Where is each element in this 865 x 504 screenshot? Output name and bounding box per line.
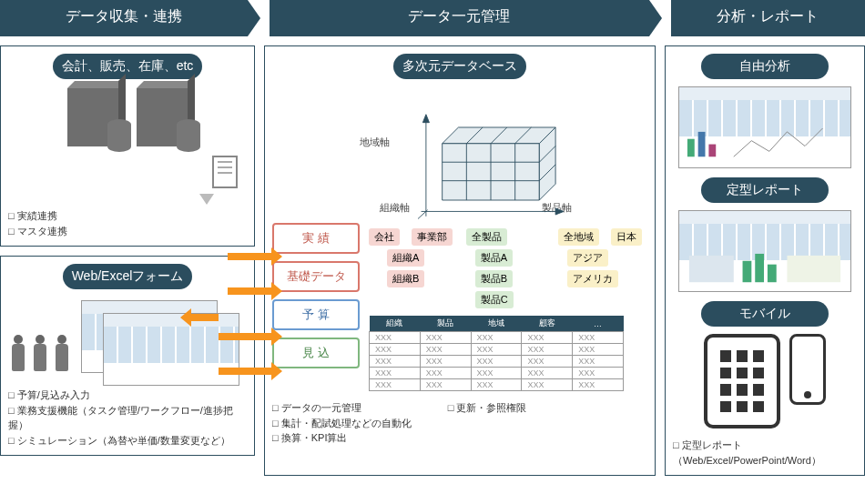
source-checks: 実績連携 マスタ連携 [8,208,247,238]
tree-node: 全製品 [466,228,507,246]
grid-header: 顧客 [522,316,573,332]
tree-node: 会社 [369,228,400,246]
cylinder-icon [177,119,200,152]
document-icon [212,156,238,188]
form-title: Web/Excelフォーム [63,264,193,289]
form-checks: 予算/見込み入力 業務支援機能（タスク管理/ワークフロー/進捗把握） シミュレー… [8,388,247,448]
banner-collect: データ収集・連携 [0,0,248,36]
cube-title: 多次元データベース [393,54,526,79]
tag-budget: 予 算 [272,299,360,330]
check-item: マスタ連携 [8,224,247,239]
panel-report: 自由分析 定型レポート モバイル 定型 [665,45,865,476]
panel-manage: 多次元データベース 地域軸 組織軸 製品軸 [264,45,656,476]
svg-marker-14 [422,115,429,123]
tablet-icon [704,334,780,428]
axis-region-label: 地域軸 [360,136,390,149]
screenshot-icon [103,313,239,386]
device-icons [673,334,857,428]
tag-actual: 実 績 [272,223,360,254]
axis-org-label: 組織軸 [380,201,410,215]
banner-report: 分析・レポート [671,0,865,36]
cylinder-icon [107,119,131,152]
check-item: 業務支援機能（タスク管理/ワークフロー/進捗把握） [8,403,247,433]
svg-rect-25 [787,256,840,282]
arrow-down-icon [199,194,214,205]
svg-rect-22 [743,261,752,282]
banner-manage: データ一元管理 [270,0,649,36]
panel-forms: Web/Excelフォーム 予算/見込み入力 業務支援機能（タスク管理/ワークフ… [0,256,255,456]
grid-header: … [573,316,624,332]
cube-area: 地域軸 組織軸 製品軸 [272,86,647,223]
check-item: 予算/見込み入力 [8,388,247,403]
check-item: 更新・参照権限 [448,400,527,416]
free-analysis-title: 自由分析 [701,54,829,79]
tree-node: アジア [567,249,608,267]
grid-header: 組織 [370,316,421,332]
tree-product: 全製品 製品A 製品B 製品C [466,227,551,310]
check-item: 換算・KPI算出 [272,430,412,446]
tree-node: 製品A [475,249,513,267]
tree-company: 会社 事業部 組織A 組織B [369,227,459,310]
svg-rect-21 [689,256,734,282]
svg-rect-19 [698,132,706,156]
tag-forecast: 見 込 [272,338,360,368]
check-item: 実績連携 [8,208,247,224]
mobile-title: モバイル [701,301,829,327]
report-checks: 定型レポート（Web/Excel/PowerPoint/Word） [673,438,857,468]
manage-checks-right: 更新・参照権限 [448,400,527,446]
svg-marker-16 [555,208,564,215]
check-item: 定型レポート（Web/Excel/PowerPoint/Word） [673,438,857,468]
tree-node: 製品C [475,291,514,308]
check-item: 集計・配賦処理などの自動化 [272,416,412,431]
manage-checks-left: データの一元管理 集計・配賦処理などの自動化 換算・KPI算出 [272,400,412,446]
tree-node: 日本 [611,228,642,246]
svg-rect-18 [687,139,695,157]
tree-node: 組織B [387,270,424,287]
check-item: シミュレーション（為替や単価/数量変更など） [8,433,247,449]
svg-rect-23 [755,254,764,282]
sources-title: 会計、販売、在庫、etc [53,54,203,79]
tag-base: 基礎データ [272,261,360,292]
grid-header: 製品 [420,316,471,332]
hierarchy-trees: 会社 事業部 組織A 組織B 全製品 製品A 製品B 製品C 全地域 [369,227,647,310]
server-icons [8,88,247,146]
screenshot-icon [678,210,851,292]
grid-header: 地域 [471,316,522,332]
data-grid: 組織 製品 地域 顧客 … XXXXXXXXXXXXXXX XXXXXXXXXX… [369,316,624,391]
tree-region: 全地域 日本 アジア アメリカ [558,227,647,310]
tree-node: 組織A [387,249,424,267]
people-icon [8,335,72,375]
check-item: データの一元管理 [272,400,412,416]
cube-icon [418,105,564,223]
svg-rect-20 [708,145,716,157]
panel-sources: 会計、販売、在庫、etc 実績連携 マスタ連携 [0,45,255,247]
banner-row: データ収集・連携 データ一元管理 分析・レポート [0,0,865,36]
svg-rect-24 [768,265,777,283]
chevron-right-icon [649,0,662,36]
screenshot-icon [678,86,851,168]
data-tags: 実 績 基礎データ 予 算 見 込 [272,223,360,391]
phone-icon [789,334,826,405]
tree-node: 製品B [475,270,513,287]
tree-node: アメリカ [567,270,618,287]
chevron-right-icon [248,0,260,36]
tree-node: 全地域 [558,228,599,246]
tree-node: 事業部 [412,228,453,246]
fixed-report-title: 定型レポート [701,177,829,203]
